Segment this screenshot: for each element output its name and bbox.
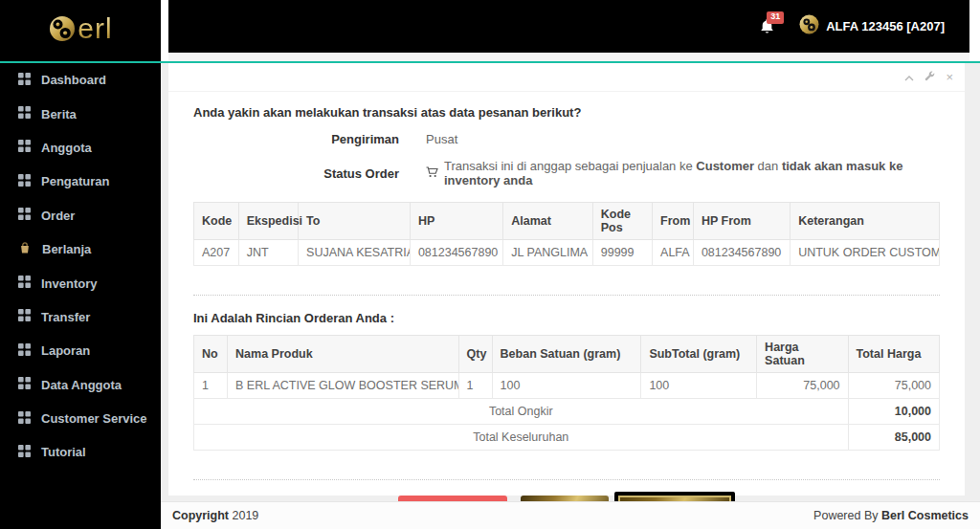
column-header: Kode xyxy=(194,203,239,240)
status-order-label: Status Order xyxy=(193,166,399,181)
sidebar-menu: Dashboard Berita Anggota Pengaturan Orde… xyxy=(0,61,161,470)
sidebar-item-data-anggota[interactable]: Data Anggota xyxy=(0,368,161,402)
summary-value: 85,000 xyxy=(848,425,939,451)
sidebar-item-berita[interactable]: Berita xyxy=(0,97,161,130)
summary-label: Total Keseluruhan xyxy=(194,425,849,451)
card-body: Anda yakin akan melakukan transaksi atas… xyxy=(168,92,965,524)
wrench-icon xyxy=(924,71,935,83)
cart-icon xyxy=(426,166,438,181)
table-row: 1 B ERL ACTIVE GLOW BOOSTER SERUM 1 100 … xyxy=(194,373,940,399)
sidebar-item-berlanja[interactable]: Berlanja xyxy=(0,232,161,266)
order-detail-heading: Ini Adalah Rincian Orderan Anda : xyxy=(193,311,940,325)
column-header: No xyxy=(194,336,228,373)
order-table: No Nama Produk Qty Beban Satuan (gram) S… xyxy=(193,335,940,451)
grid-icon xyxy=(18,72,31,89)
notifications-button[interactable]: 31 xyxy=(760,19,774,39)
sidebar-item-customer-service[interactable]: Customer Service xyxy=(0,402,161,435)
sidebar-item-dashboard[interactable]: Dashboard xyxy=(0,63,161,97)
grid-icon xyxy=(18,342,31,360)
sidebar-item-order[interactable]: Order xyxy=(0,199,161,232)
column-header: From xyxy=(653,203,694,240)
cell-qty: 1 xyxy=(458,373,492,399)
cell-nama-produk: B ERL ACTIVE GLOW BOOSTER SERUM xyxy=(228,373,458,399)
sidebar-item-label: Laporan xyxy=(41,343,90,358)
summary-value: 10,000 xyxy=(848,399,939,425)
accent-divider xyxy=(0,61,980,63)
pengiriman-label: Pengiriman xyxy=(193,132,399,146)
sidebar-item-label: Customer Service xyxy=(41,411,147,426)
shipping-table: Kode Ekspedisi To HP Alamat Kode Pos Fro… xyxy=(193,202,940,266)
sidebar-item-label: Inventory xyxy=(41,276,98,291)
cell-no: 1 xyxy=(194,373,228,399)
shopping-bag-icon xyxy=(18,241,32,258)
sidebar-item-label: Data Anggota xyxy=(41,378,122,392)
sidebar-item-label: Berlanja xyxy=(42,242,91,256)
pengiriman-row: Pengiriman Pusat xyxy=(193,121,940,156)
settings-button[interactable] xyxy=(924,71,935,83)
sidebar-item-transfer[interactable]: Transfer xyxy=(0,300,161,334)
chevron-up-icon xyxy=(904,71,914,83)
grid-icon xyxy=(18,444,31,461)
column-header: Qty xyxy=(458,336,492,373)
grid-icon xyxy=(18,376,31,393)
sidebar-item-laporan[interactable]: Laporan xyxy=(0,334,161,367)
pengiriman-value: Pusat xyxy=(426,132,457,146)
user-menu[interactable]: ALFA 123456 [A207] xyxy=(799,14,945,38)
column-header: To xyxy=(299,203,411,240)
column-header: SubTotal (gram) xyxy=(641,336,757,373)
summary-row-keseluruhan: Total Keseluruhan 85,000 xyxy=(194,425,940,451)
grid-icon xyxy=(18,410,31,428)
close-icon: × xyxy=(946,71,953,83)
cell-alamat: JL PANGLIMA xyxy=(503,240,592,266)
grid-icon xyxy=(18,308,31,325)
table-row: A207 JNT SUJANA KESATRIA 081234567890 JL… xyxy=(194,240,940,266)
cell-total-harga: 75,000 xyxy=(848,373,939,399)
content-area: × Anda yakin akan melakukan transaksi at… xyxy=(161,63,980,501)
cell-hp-from: 081234567890 xyxy=(693,240,790,266)
column-header: Keterangan xyxy=(791,203,940,240)
cell-subtotal: 100 xyxy=(641,373,757,399)
copyright-text: Copyright 2019 xyxy=(172,509,258,522)
sidebar-item-anggota[interactable]: Anggota xyxy=(0,131,161,165)
avatar xyxy=(799,14,819,38)
brand-logo[interactable]: erl xyxy=(0,0,161,61)
collapse-button[interactable] xyxy=(904,71,914,83)
bell-icon xyxy=(760,22,774,38)
column-header: Beban Satuan (gram) xyxy=(492,336,641,373)
cell-beban-satuan: 100 xyxy=(492,373,641,399)
summary-row-ongkir: Total Ongkir 10,000 xyxy=(194,399,940,425)
cell-kode: A207 xyxy=(194,240,239,266)
grid-icon xyxy=(18,139,31,156)
confirmation-question: Anda yakin akan melakukan transaksi atas… xyxy=(193,105,940,120)
summary-label: Total Ongkir xyxy=(194,399,849,425)
column-header: Alamat xyxy=(503,203,592,240)
sidebar-item-label: Tutorial xyxy=(41,445,86,459)
shipping-table-header-row: Kode Ekspedisi To HP Alamat Kode Pos Fro… xyxy=(194,203,940,240)
confirmation-card: × Anda yakin akan melakukan transaksi at… xyxy=(168,63,965,496)
sidebar: erl Dashboard Berita Anggota Pengaturan … xyxy=(0,0,161,529)
notification-count-badge: 31 xyxy=(767,11,784,24)
dotted-divider xyxy=(193,295,940,296)
order-table-header-row: No Nama Produk Qty Beban Satuan (gram) S… xyxy=(194,336,940,373)
cell-from: ALFA xyxy=(653,240,694,266)
column-header: Nama Produk xyxy=(228,336,458,373)
navbar-underlay xyxy=(168,53,969,61)
column-header: Ekspedisi xyxy=(238,203,298,240)
brand-logo-icon xyxy=(48,14,77,47)
sidebar-item-pengaturan[interactable]: Pengaturan xyxy=(0,165,161,198)
status-order-row: Status Order Transaksi ini di anggap seb… xyxy=(193,156,940,190)
user-name: ALFA 123456 [A207] xyxy=(826,19,945,33)
sidebar-item-label: Pengaturan xyxy=(41,174,110,188)
cell-harga-satuan: 75,000 xyxy=(757,373,848,399)
sidebar-item-label: Order xyxy=(41,209,75,223)
grid-icon xyxy=(18,207,31,224)
top-navbar: 31 ALFA 123456 [A207] xyxy=(168,0,969,53)
sidebar-item-tutorial[interactable]: Tutorial xyxy=(0,435,161,469)
sidebar-item-inventory[interactable]: Inventory xyxy=(0,266,161,299)
close-button[interactable]: × xyxy=(946,71,953,83)
brand-logo-text: erl xyxy=(78,14,112,47)
column-header: HP From xyxy=(693,203,790,240)
sidebar-item-label: Berita xyxy=(41,107,77,121)
sidebar-item-label: Transfer xyxy=(41,310,90,324)
card-header: × xyxy=(168,63,965,92)
